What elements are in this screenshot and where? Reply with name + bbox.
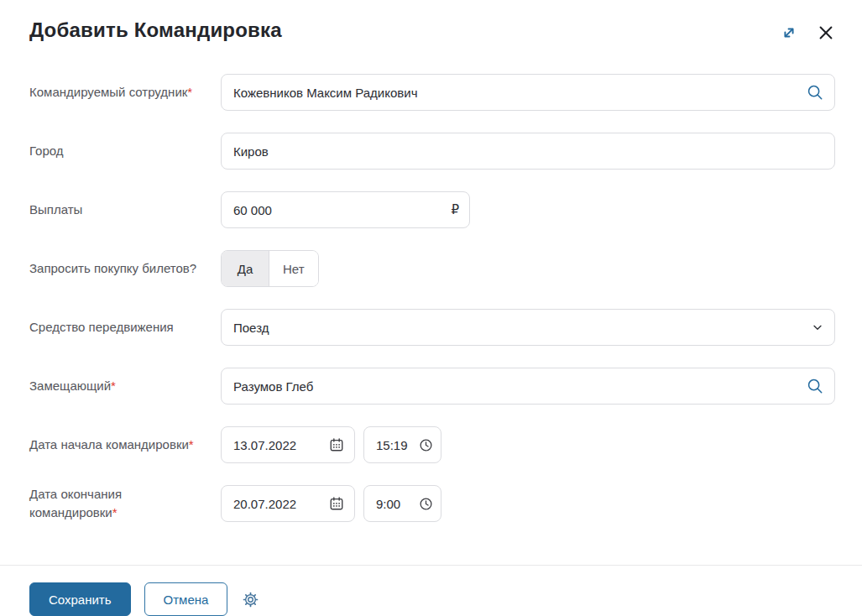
cancel-button[interactable]: Отмена bbox=[144, 582, 228, 616]
city-input-box bbox=[221, 133, 835, 170]
payments-label: Выплаты bbox=[29, 201, 221, 219]
employee-input[interactable] bbox=[233, 75, 806, 110]
dialog-footer: Сохранить Отмена bbox=[0, 566, 862, 616]
employee-label: Командируемый сотрудник* bbox=[29, 83, 221, 102]
search-icon[interactable] bbox=[806, 377, 824, 395]
toggle-option-no[interactable]: Нет bbox=[269, 251, 318, 286]
settings-button[interactable] bbox=[239, 588, 262, 611]
substitute-input[interactable] bbox=[233, 368, 806, 404]
required-mark: * bbox=[111, 378, 116, 393]
close-button[interactable] bbox=[815, 22, 837, 44]
field-row-substitute: Замещающий* bbox=[29, 368, 835, 405]
field-row-tickets: Запросить покупку билетов? Да Нет bbox=[29, 250, 835, 287]
required-mark: * bbox=[187, 85, 192, 99]
save-button[interactable]: Сохранить bbox=[29, 582, 131, 616]
dialog-header: Добавить Командировка bbox=[0, 0, 862, 44]
field-row-date-start: Дата начала командировки* bbox=[29, 426, 835, 463]
field-row-payments: Выплаты ₽ bbox=[29, 191, 835, 228]
substitute-input-box bbox=[221, 368, 835, 405]
clock-icon[interactable] bbox=[419, 497, 433, 511]
required-mark: * bbox=[112, 505, 118, 519]
tickets-label: Запросить покупку билетов? bbox=[29, 259, 221, 278]
field-row-date-end: Дата окончания командировки* bbox=[29, 485, 835, 522]
add-business-trip-dialog: Добавить Командировка bbox=[0, 0, 862, 616]
toggle-option-yes[interactable]: Да bbox=[222, 251, 269, 286]
city-label: Город bbox=[29, 142, 221, 160]
field-row-city: Город bbox=[29, 133, 835, 170]
payments-input[interactable] bbox=[233, 192, 451, 227]
date-start-date-box bbox=[221, 426, 355, 463]
clock-icon[interactable] bbox=[419, 438, 433, 452]
tickets-toggle: Да Нет bbox=[221, 250, 319, 287]
search-icon[interactable] bbox=[806, 83, 824, 102]
date-start-time-box bbox=[363, 426, 441, 463]
transport-select-value[interactable] bbox=[233, 310, 811, 345]
city-input[interactable] bbox=[233, 133, 824, 169]
date-end-time-input[interactable] bbox=[376, 486, 419, 521]
required-mark: * bbox=[189, 437, 194, 452]
trip-form: Командируемый сотрудник* Город bbox=[0, 44, 862, 565]
employee-input-box bbox=[221, 74, 835, 111]
date-start-time-input[interactable] bbox=[376, 427, 419, 462]
transport-label: Средство передвижения bbox=[29, 318, 221, 337]
header-icons bbox=[778, 22, 837, 44]
calendar-icon[interactable] bbox=[329, 437, 344, 452]
close-icon bbox=[817, 32, 835, 44]
field-row-employee: Командируемый сотрудник* bbox=[29, 74, 835, 111]
date-start-label: Дата начала командировки* bbox=[29, 436, 221, 454]
date-end-label: Дата окончания командировки* bbox=[29, 485, 221, 522]
expand-button[interactable] bbox=[778, 22, 800, 44]
page-title: Добавить Командировка bbox=[29, 18, 282, 42]
date-start-date-input[interactable] bbox=[233, 427, 329, 462]
date-end-date-box bbox=[221, 485, 355, 522]
payments-input-box: ₽ bbox=[221, 191, 470, 228]
field-row-transport: Средство передвижения bbox=[29, 309, 835, 346]
date-end-date-input[interactable] bbox=[233, 486, 329, 521]
gear-icon bbox=[243, 598, 259, 610]
date-end-time-box bbox=[363, 485, 441, 522]
substitute-label: Замещающий* bbox=[29, 377, 221, 395]
chevron-down-icon bbox=[811, 321, 824, 334]
expand-icon bbox=[780, 32, 798, 44]
calendar-icon[interactable] bbox=[329, 496, 344, 511]
transport-select[interactable] bbox=[221, 309, 835, 346]
